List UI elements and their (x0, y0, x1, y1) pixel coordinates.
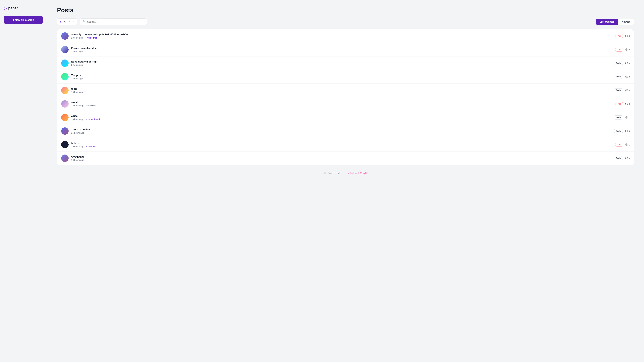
source-code-icon: </> (323, 172, 327, 174)
list-item[interactable]: Testpost 7 hours ago Tech 💬 0 (57, 70, 634, 84)
sort-last-updated-button[interactable]: Last Updated (596, 19, 618, 25)
post-actions: Art 💬 0 (615, 48, 630, 52)
post-tag[interactable]: Tech (614, 75, 623, 79)
post-info: fxffxffxf 16 hours agowbauch (71, 142, 612, 148)
post-info: Testpost 7 hours ago (71, 74, 611, 80)
post-author: turner.brando (86, 118, 101, 120)
post-actions: Tech 💬 0 (614, 88, 630, 92)
comment-icon: 💬 (625, 103, 628, 105)
post-actions: Art 💬 0 (615, 102, 630, 106)
filter-dropdown[interactable]: 🏷 All Art Tech ▾ (57, 18, 77, 25)
post-info: Googagag 16 hours ago (71, 155, 611, 161)
main-content: Posts 🏷 All Art Tech ▾ 🔍 Last Updated Ne… (47, 0, 644, 362)
post-title: Testpost (71, 74, 611, 77)
post-info: teste 10 hours ago (71, 87, 611, 93)
logo-icon: ▷ (4, 6, 7, 10)
post-meta: 2 hours ago (71, 64, 611, 66)
logo: ▷ paper (4, 6, 43, 10)
post-info: Earum molestias duis 2 hours ago (71, 46, 612, 53)
comment-icon: 💬 (625, 116, 628, 119)
comment-count: 💬 0 (625, 130, 630, 132)
comment-number: 0 (628, 157, 630, 160)
built-with-link[interactable]: ♥ Built with MaryUI (348, 172, 368, 174)
post-title: Et voluptatem corrup (71, 60, 611, 63)
post-info: Et voluptatem corrup 2 hours ago (71, 60, 611, 66)
post-tag[interactable]: Tech (614, 129, 623, 133)
post-time: 2 hours ago (71, 64, 83, 66)
post-tag[interactable]: Tech (614, 61, 623, 65)
list-item[interactable]: Googagag 16 hours ago Tech 💬 0 (57, 151, 634, 165)
post-actions: Art 💬 1 (615, 143, 630, 147)
list-item[interactable]: aajee 13 hours agoturner.brando Tech 💬 1 (57, 111, 634, 124)
search-icon: 🔍 (83, 20, 86, 23)
post-time: 10 hours ago (71, 91, 84, 93)
post-tag[interactable]: Tech (614, 115, 623, 119)
post-meta: 16 hours ago (71, 159, 611, 161)
app-name: paper (8, 6, 18, 10)
list-item[interactable]: абваáéу::::~ç~ç~po~klg~dsã~doõõũũy~rŷ~bñ… (57, 29, 634, 43)
post-meta: 13 hours agoturner.brando (71, 118, 611, 120)
search-input[interactable] (87, 20, 144, 23)
post-title: Earum molestias duis (71, 46, 612, 49)
post-tag[interactable]: Tech (614, 156, 623, 160)
built-with-label: Built with MaryUI (350, 172, 368, 174)
comment-icon: 💬 (625, 130, 628, 132)
list-item[interactable]: fxffxffxf 16 hours agowbauch Art 💬 1 (57, 138, 634, 151)
heart-icon: ♥ (348, 172, 349, 174)
search-box: 🔍 (80, 18, 147, 25)
post-tag[interactable]: Art (615, 34, 623, 38)
post-time: 2 hours ago (71, 36, 83, 39)
comment-count: 💬 0 (625, 48, 630, 51)
comment-icon: 💬 (625, 157, 628, 160)
post-title: абваáéу::::~ç~ç~po~klg~dsã~doõõũũy~rŷ~bñ… (71, 33, 612, 36)
post-meta: 2 hours agorwilderman (71, 36, 612, 39)
post-meta: 12 hours ago🗃 Archived (71, 104, 612, 107)
list-item[interactable]: There is no title. 15 hours ago Tech 💬 0 (57, 124, 634, 138)
comment-number: 1 (628, 116, 630, 119)
comment-icon: 💬 (625, 48, 628, 51)
post-info: There is no title. 15 hours ago (71, 128, 611, 134)
source-code-link[interactable]: </> Source code (323, 172, 341, 174)
post-actions: Tech 💬 1 (614, 115, 630, 119)
post-info: aaaab 12 hours ago🗃 Archived (71, 101, 612, 107)
post-time: 16 hours ago (71, 145, 84, 148)
post-time: 16 hours ago (71, 159, 84, 161)
comment-icon: 💬 (625, 143, 628, 146)
avatar (61, 32, 68, 40)
avatar (61, 73, 68, 80)
post-time: 12 hours ago (71, 104, 84, 107)
avatar (61, 59, 68, 67)
post-title: aajee (71, 114, 611, 117)
post-info: абваáéу::::~ç~ç~po~klg~dsã~doõõũũy~rŷ~bñ… (71, 33, 612, 39)
post-tag[interactable]: Art (615, 48, 623, 52)
post-actions: Tech 💬 0 (614, 75, 630, 79)
post-tag[interactable]: Art (615, 102, 623, 106)
list-item[interactable]: Earum molestias duis 2 hours ago Art 💬 0 (57, 43, 634, 56)
sort-newest-button[interactable]: Newest (618, 19, 634, 25)
chevron-down-icon: ▾ (72, 21, 74, 23)
post-tag[interactable]: Art (615, 143, 623, 147)
post-meta: 10 hours ago (71, 91, 611, 93)
post-actions: Art 💬 5 (615, 34, 630, 38)
comment-icon: 💬 (625, 76, 628, 78)
post-actions: Tech 💬 0 (614, 129, 630, 133)
comment-count: 💬 0 (625, 157, 630, 160)
post-title: aaaab (71, 101, 612, 104)
post-tag[interactable]: Tech (614, 88, 623, 92)
list-item[interactable]: aaaab 12 hours ago🗃 Archived Art 💬 0 (57, 97, 634, 111)
comment-count: 💬 1 (625, 143, 630, 146)
comment-count: 💬 0 (625, 76, 630, 78)
post-time: 13 hours ago (71, 118, 84, 120)
comment-icon: 💬 (625, 62, 628, 64)
avatar (61, 100, 68, 108)
list-item[interactable]: teste 10 hours ago Tech 💬 0 (57, 84, 634, 97)
post-info: aajee 13 hours agoturner.brando (71, 114, 611, 120)
post-title: Googagag (71, 155, 611, 158)
filter-select-input[interactable]: All Art Tech (63, 20, 72, 23)
new-discussion-button[interactable]: + New discussion (4, 16, 43, 24)
source-code-label: Source code (328, 172, 341, 174)
toolbar: 🏷 All Art Tech ▾ 🔍 Last Updated Newest (57, 18, 634, 25)
post-actions: Tech 💬 0 (614, 156, 630, 160)
comment-number: 0 (628, 62, 630, 64)
list-item[interactable]: Et voluptatem corrup 2 hours ago Tech 💬 … (57, 56, 634, 70)
